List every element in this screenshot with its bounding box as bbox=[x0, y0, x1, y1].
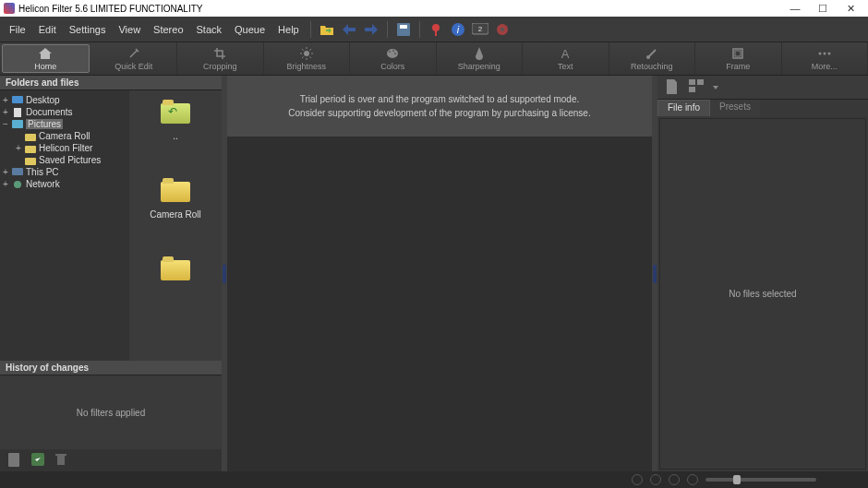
status-dot-2[interactable] bbox=[650, 474, 661, 485]
tree-desktop[interactable]: +Desktop bbox=[2, 94, 127, 106]
sharpen-icon bbox=[473, 47, 486, 60]
folder-up-icon: ↶ bbox=[161, 100, 190, 124]
tab-quick-label: Quick Edit bbox=[115, 62, 152, 71]
folder-tree[interactable]: +Desktop +Documents −Pictures Camera Rol… bbox=[0, 90, 129, 361]
folder-icon bbox=[161, 256, 190, 280]
menu-file[interactable]: File bbox=[4, 22, 31, 37]
status-dot-3[interactable] bbox=[669, 474, 680, 485]
delete-icon[interactable] bbox=[55, 453, 70, 468]
back-icon[interactable] bbox=[339, 19, 359, 40]
history-body: No filters applied bbox=[0, 375, 222, 449]
home-icon bbox=[39, 47, 52, 60]
tab-quick-edit[interactable]: Quick Edit bbox=[91, 42, 178, 75]
tab-presets[interactable]: Presets bbox=[710, 100, 760, 116]
forward-icon[interactable] bbox=[361, 19, 381, 40]
page-icon[interactable] bbox=[665, 79, 681, 96]
file-info-body: No files selected bbox=[659, 118, 866, 470]
svg-rect-27 bbox=[12, 168, 23, 175]
tab-text[interactable]: A Text bbox=[523, 42, 609, 75]
tab-cropping[interactable]: Cropping bbox=[177, 42, 264, 75]
history-empty-label: No filters applied bbox=[77, 408, 145, 418]
thumb-camera-roll[interactable]: Camera Roll bbox=[150, 178, 201, 220]
thumb-up[interactable]: ↶ .. bbox=[161, 100, 190, 141]
menu-edit[interactable]: Edit bbox=[33, 22, 62, 37]
window-title: Helicon Filter 5.6 LIMITED FUNCTIONALITY bbox=[18, 4, 202, 14]
tree-network[interactable]: +Network bbox=[2, 178, 127, 190]
svg-rect-22 bbox=[14, 108, 21, 117]
svg-rect-1 bbox=[400, 25, 407, 29]
tree-documents[interactable]: +Documents bbox=[2, 106, 127, 118]
tab-home[interactable]: Home bbox=[2, 44, 90, 73]
tab-more-label: More... bbox=[812, 62, 838, 71]
svg-rect-25 bbox=[25, 146, 36, 153]
svg-text:2: 2 bbox=[477, 25, 482, 33]
folders-header: Folders and files bbox=[0, 76, 222, 90]
menu-view[interactable]: View bbox=[113, 22, 146, 37]
thumb-folder[interactable] bbox=[161, 256, 190, 280]
menu-stack[interactable]: Stack bbox=[191, 22, 228, 37]
status-dot-1[interactable] bbox=[632, 474, 643, 485]
trial-line2: Consider supporting development of the p… bbox=[235, 106, 645, 120]
tab-more[interactable]: More... bbox=[782, 42, 869, 75]
wand-icon bbox=[127, 47, 140, 60]
svg-rect-26 bbox=[25, 158, 36, 165]
tree-this-pc[interactable]: +This PC bbox=[2, 166, 127, 178]
center-panel: Trial period is over and the program swi… bbox=[227, 76, 652, 471]
thumb-camera-label: Camera Roll bbox=[150, 209, 201, 220]
no-files-label: No files selected bbox=[729, 289, 796, 299]
tree-saved-pictures[interactable]: Saved Pictures bbox=[2, 154, 127, 166]
app-icon bbox=[4, 3, 15, 14]
svg-point-2 bbox=[432, 24, 440, 31]
queue-count-icon[interactable]: 2 bbox=[470, 19, 490, 40]
tab-brightness[interactable]: Brightness bbox=[264, 42, 351, 75]
tab-frame[interactable]: Frame bbox=[695, 42, 782, 75]
save-preset-icon[interactable] bbox=[31, 453, 46, 468]
tab-retouching[interactable]: Retouching bbox=[609, 42, 696, 75]
menu-settings[interactable]: Settings bbox=[64, 22, 112, 37]
menu-queue[interactable]: Queue bbox=[229, 22, 271, 37]
info-icon[interactable]: i bbox=[448, 19, 468, 40]
tree-camera-roll[interactable]: Camera Roll bbox=[2, 130, 127, 142]
close-button[interactable]: ✕ bbox=[837, 3, 864, 15]
tab-crop-label: Cropping bbox=[203, 62, 237, 71]
chevron-down-icon[interactable] bbox=[713, 86, 718, 89]
svg-point-20 bbox=[827, 52, 830, 54]
tab-colors[interactable]: Colors bbox=[350, 42, 437, 75]
zoom-slider[interactable] bbox=[705, 478, 816, 482]
right-toolbar bbox=[657, 76, 868, 100]
tree-helicon-filter[interactable]: +Helicon Filter bbox=[2, 142, 127, 154]
tree-pictures[interactable]: −Pictures bbox=[2, 118, 127, 130]
trial-line1: Trial period is over and the program swi… bbox=[235, 92, 645, 106]
save-icon[interactable] bbox=[393, 19, 414, 40]
svg-rect-21 bbox=[12, 96, 23, 103]
tab-sharpening[interactable]: Sharpening bbox=[437, 42, 524, 75]
menu-stereo[interactable]: Stereo bbox=[148, 22, 188, 37]
svg-point-10 bbox=[387, 49, 398, 58]
tab-retouch-label: Retouching bbox=[631, 62, 673, 71]
layout-icon[interactable] bbox=[689, 79, 705, 96]
svg-point-8 bbox=[500, 28, 504, 31]
frame-icon bbox=[731, 47, 744, 60]
crop-icon bbox=[213, 47, 226, 60]
content: Folders and files +Desktop +Documents −P… bbox=[0, 76, 868, 471]
document-icon[interactable] bbox=[7, 453, 22, 468]
slider-knob[interactable] bbox=[733, 475, 741, 484]
pin-icon[interactable] bbox=[426, 19, 446, 40]
svg-rect-33 bbox=[689, 79, 695, 85]
history-toolbar bbox=[0, 449, 222, 471]
tab-frame-label: Frame bbox=[726, 62, 750, 71]
maximize-button[interactable]: ☐ bbox=[809, 3, 837, 15]
svg-point-15 bbox=[646, 55, 650, 59]
minimize-button[interactable]: — bbox=[781, 3, 809, 14]
svg-point-12 bbox=[392, 50, 394, 52]
svg-rect-34 bbox=[697, 79, 704, 85]
svg-point-28 bbox=[14, 181, 21, 188]
tab-file-info[interactable]: File info bbox=[657, 100, 710, 116]
thumbnail-list: ↶ .. Camera Roll bbox=[129, 90, 222, 361]
open-folder-icon[interactable] bbox=[317, 19, 337, 40]
status-dot-4[interactable] bbox=[687, 474, 698, 485]
menu-help[interactable]: Help bbox=[272, 22, 305, 37]
gear-network-icon[interactable] bbox=[492, 19, 512, 40]
brush-icon bbox=[645, 47, 658, 60]
brightness-icon bbox=[300, 47, 313, 60]
